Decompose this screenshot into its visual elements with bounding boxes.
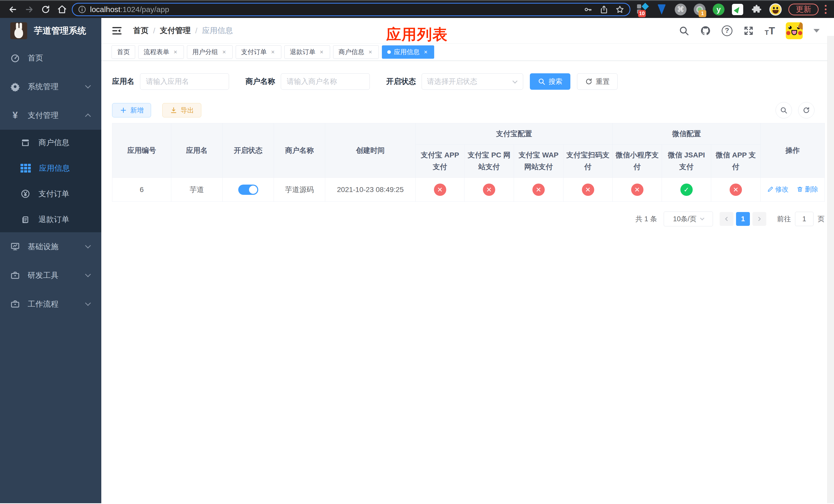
bookmark-star-icon[interactable] (615, 5, 624, 14)
app-title: 芋道管理系统 (34, 25, 86, 37)
export-button[interactable]: 导出 (162, 103, 201, 117)
status-select[interactable]: 请选择开启状态 (422, 73, 523, 90)
download-icon (170, 107, 177, 114)
sidebar-item-refund-orders[interactable]: 退款订单 (0, 207, 101, 232)
browser-forward-button[interactable] (24, 4, 35, 15)
sidebar-item-payment-orders[interactable]: 支付订单 (0, 181, 101, 207)
breadcrumb-separator: / (195, 26, 197, 35)
browser-home-button[interactable] (57, 4, 68, 15)
sidebar-item-dev-tools[interactable]: 研发工具 (0, 261, 101, 290)
close-icon[interactable]: × (319, 49, 325, 55)
search-button[interactable]: 搜索 (530, 73, 570, 90)
toggle-search-button[interactable] (775, 102, 792, 118)
browser-update-button[interactable]: 更新 (788, 4, 819, 15)
close-icon[interactable]: × (270, 49, 276, 55)
close-icon[interactable]: × (172, 49, 178, 55)
cell-app-name: 芋道 (171, 178, 223, 202)
chevron-right-icon (756, 215, 763, 222)
extension-icon-3[interactable]: ⌘ (675, 3, 687, 16)
status-badge-alipay-scan (582, 184, 594, 196)
toolbox-icon (10, 299, 20, 309)
breadcrumb-home[interactable]: 首页 (133, 25, 149, 36)
next-page-button[interactable] (752, 212, 766, 226)
sidebar-collapse-icon[interactable] (112, 25, 122, 36)
close-icon[interactable]: × (221, 49, 227, 55)
col-header-merchant: 商户名称 (274, 123, 325, 178)
scrollbar-track[interactable] (827, 36, 834, 503)
status-toggle[interactable] (238, 185, 258, 195)
share-icon[interactable] (599, 5, 609, 14)
pagination-total: 共 1 条 (636, 214, 657, 224)
col-header-wechat-lite: 微信小程序支付 (613, 144, 662, 178)
sidebar-item-merchant-info[interactable]: 商户信息 (0, 130, 101, 155)
address-bar[interactable]: localhost:1024/pay/app (72, 3, 630, 16)
app-logo (10, 22, 27, 39)
refresh-table-button[interactable] (798, 102, 814, 118)
sidebar-item-home[interactable]: 首页 (0, 44, 101, 72)
search-icon[interactable] (679, 25, 689, 36)
password-key-icon[interactable] (584, 5, 593, 14)
tab-app-info[interactable]: 应用信息× (382, 45, 434, 59)
sidebar-item-payment[interactable]: ¥ 支付管理 (0, 101, 101, 130)
close-icon[interactable]: × (367, 49, 373, 55)
font-size-icon[interactable]: TT (765, 26, 775, 36)
extension-icon-2[interactable] (656, 3, 668, 16)
github-icon[interactable] (700, 25, 711, 36)
browser-back-button[interactable] (7, 4, 19, 15)
extension-icon-6[interactable] (731, 3, 744, 16)
sidebar-item-infrastructure[interactable]: 基础设施 (0, 232, 101, 261)
status-badge-alipay-pc (483, 184, 495, 196)
merchant-name-label: 商户名称 (245, 76, 275, 87)
table-row: 6 芋道 芋道源码 2021-10-23 08:49:25 修改 (112, 178, 825, 202)
chevron-down-icon (85, 243, 91, 249)
tab-payment-orders[interactable]: 支付订单× (236, 45, 281, 59)
extension-icon-4[interactable]: 1 (694, 3, 706, 16)
chevron-down-icon (85, 83, 91, 89)
reset-button[interactable]: 重置 (577, 73, 618, 90)
extensions-puzzle-icon[interactable] (750, 3, 763, 16)
breadcrumb-payment[interactable]: 支付管理 (160, 25, 191, 36)
status-badge-wechat-jsapi (680, 184, 693, 196)
goto-page-input[interactable] (795, 212, 813, 226)
tab-home[interactable]: 首页 (112, 45, 135, 59)
prev-page-button[interactable] (720, 212, 733, 226)
browser-reload-button[interactable] (40, 4, 51, 15)
merchant-name-input[interactable] (281, 73, 370, 90)
browser-menu-icon[interactable] (824, 5, 827, 14)
browser-profile-avatar[interactable] (769, 3, 782, 16)
tab-refund-orders[interactable]: 退款订单× (284, 45, 330, 59)
group-header-wechat: 微信配置 (613, 123, 761, 144)
extension-icon-5[interactable]: y (712, 3, 725, 16)
status-badge-wechat-lite (631, 184, 643, 196)
goto-label: 前往 (777, 214, 791, 224)
monitor-icon (10, 242, 20, 251)
delete-link[interactable]: 删除 (796, 185, 818, 194)
edit-link[interactable]: 修改 (767, 185, 789, 194)
col-header-created: 创建时间 (325, 123, 416, 178)
tags-view-bar: 首页 流程表单× 用户分组× 支付订单× 退款订单× 商户信息× 应用信息× (101, 44, 834, 61)
yen-icon: ¥ (10, 111, 20, 120)
sidebar-item-workflow[interactable]: 工作流程 (0, 290, 101, 318)
close-icon[interactable]: × (423, 49, 429, 55)
avatar-dropdown-caret[interactable] (813, 29, 820, 32)
tab-merchant-info[interactable]: 商户信息× (333, 45, 379, 59)
page-number-1[interactable]: 1 (736, 212, 750, 226)
tab-user-group[interactable]: 用户分组× (187, 45, 233, 59)
tab-process-form[interactable]: 流程表单× (138, 45, 184, 59)
extension-icon-1[interactable]: 10 (637, 3, 649, 16)
sidebar-item-app-info[interactable]: 应用信息 (0, 155, 101, 181)
site-info-icon[interactable] (78, 5, 86, 14)
col-header-status: 开启状态 (223, 123, 274, 178)
yen-circle-icon (21, 189, 30, 199)
sidebar-item-system[interactable]: 系统管理 (0, 72, 101, 101)
breadcrumb: 首页 / 支付管理 / 应用信息 (133, 25, 233, 36)
search-icon (538, 78, 546, 85)
grid-icon (21, 164, 31, 173)
col-header-app-id: 应用编号 (112, 123, 171, 178)
fullscreen-icon[interactable] (743, 25, 754, 36)
user-avatar[interactable] (786, 22, 803, 39)
app-name-input[interactable] (140, 73, 229, 90)
add-button[interactable]: 新增 (112, 103, 151, 117)
page-size-select[interactable]: 10条/页 (664, 211, 713, 226)
help-icon[interactable]: ? (722, 25, 732, 36)
